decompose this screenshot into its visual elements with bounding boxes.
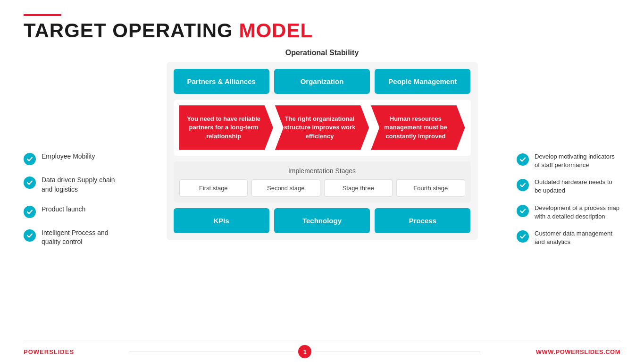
checkmark-icon bbox=[517, 230, 529, 243]
right-item-1-text: Develop motivating indicators of staff p… bbox=[535, 152, 620, 169]
checkmark-icon bbox=[24, 153, 36, 165]
footer-brand: POWERSLIDES bbox=[24, 348, 74, 355]
bottom-buttons-row: KPIs Technology Process bbox=[174, 208, 471, 233]
list-item: Employee Mobility bbox=[24, 152, 127, 165]
checkmark-icon bbox=[24, 177, 36, 189]
checkmark-icon bbox=[24, 229, 36, 242]
diagram-box: Partners & Alliances Organization People… bbox=[167, 62, 478, 240]
process-button[interactable]: Process bbox=[375, 208, 470, 233]
partners-alliances-button[interactable]: Partners & Alliances bbox=[174, 69, 269, 94]
people-management-button[interactable]: People Management bbox=[375, 69, 470, 94]
arrow-box-2: The right organizational structure impro… bbox=[275, 105, 369, 150]
arrow-box-1: You need to have reliable partners for a… bbox=[179, 105, 273, 150]
footer-brand-black: POWER bbox=[24, 348, 49, 355]
left-item-3-text: Product launch bbox=[42, 205, 85, 214]
header: TARGET OPERATING MODEL bbox=[24, 14, 620, 42]
title-black: TARGET OPERATING bbox=[24, 19, 239, 42]
list-item: Product launch bbox=[24, 205, 127, 218]
arrow-container: You need to have reliable partners for a… bbox=[174, 100, 471, 156]
footer-line-right bbox=[315, 352, 480, 352]
page-number-badge: 1 bbox=[298, 345, 311, 358]
arrow-box-3: Human resources management must be const… bbox=[371, 105, 465, 150]
operational-stability-title: Operational Stability bbox=[285, 49, 359, 57]
list-item: Customer data management and analytics bbox=[517, 229, 620, 246]
main-content: Employee Mobility Data driven Supply cha… bbox=[24, 49, 620, 336]
top-buttons-row: Partners & Alliances Organization People… bbox=[174, 69, 471, 94]
checkmark-icon bbox=[517, 179, 529, 191]
left-item-1-text: Employee Mobility bbox=[42, 152, 95, 161]
center-diagram: Operational Stability Partners & Allianc… bbox=[137, 49, 507, 336]
stages-row: First stage Second stage Stage three Fou… bbox=[179, 179, 465, 197]
footer-center: 1 bbox=[74, 345, 536, 358]
right-item-4-text: Customer data management and analytics bbox=[535, 229, 620, 246]
page: TARGET OPERATING MODEL Employee Mobility… bbox=[0, 0, 644, 362]
stages-title: Implementation Stages bbox=[179, 167, 465, 175]
footer-line-left bbox=[129, 352, 294, 352]
right-item-2-text: Outdated hardware needs to be updated bbox=[535, 178, 620, 195]
stage-2-button[interactable]: Second stage bbox=[251, 179, 320, 197]
title-red: MODEL bbox=[239, 19, 313, 42]
stages-box: Implementation Stages First stage Second… bbox=[174, 161, 471, 202]
stage-4-button[interactable]: Fourth stage bbox=[396, 179, 465, 197]
checkmark-icon bbox=[517, 153, 529, 166]
list-item: Outdated hardware needs to be updated bbox=[517, 178, 620, 195]
list-item: Data driven Supply chain and logistics bbox=[24, 176, 127, 194]
stage-1-button[interactable]: First stage bbox=[179, 179, 248, 197]
technology-button[interactable]: Technology bbox=[274, 208, 370, 233]
checkmark-icon bbox=[24, 206, 36, 218]
kpis-button[interactable]: KPIs bbox=[174, 208, 269, 233]
list-item: Develop motivating indicators of staff p… bbox=[517, 152, 620, 169]
footer-website: WWW.POWERSLIDES.COM bbox=[536, 348, 620, 355]
list-item: Intelligent Process and quality control bbox=[24, 228, 127, 247]
left-item-2-text: Data driven Supply chain and logistics bbox=[42, 176, 127, 194]
stage-3-button[interactable]: Stage three bbox=[324, 179, 393, 197]
footer: POWERSLIDES 1 WWW.POWERSLIDES.COM bbox=[24, 340, 620, 362]
red-line-decoration bbox=[24, 14, 61, 16]
right-item-3-text: Development of a process map with a deta… bbox=[535, 204, 620, 221]
organization-button[interactable]: Organization bbox=[274, 69, 370, 94]
checkmark-icon bbox=[517, 205, 529, 217]
list-item: Development of a process map with a deta… bbox=[517, 204, 620, 221]
footer-brand-red: SLIDES bbox=[49, 348, 74, 355]
left-item-4-text: Intelligent Process and quality control bbox=[42, 228, 127, 247]
right-sidebar: Develop motivating indicators of staff p… bbox=[507, 49, 620, 336]
left-sidebar: Employee Mobility Data driven Supply cha… bbox=[24, 49, 137, 336]
page-title: TARGET OPERATING MODEL bbox=[24, 20, 620, 42]
